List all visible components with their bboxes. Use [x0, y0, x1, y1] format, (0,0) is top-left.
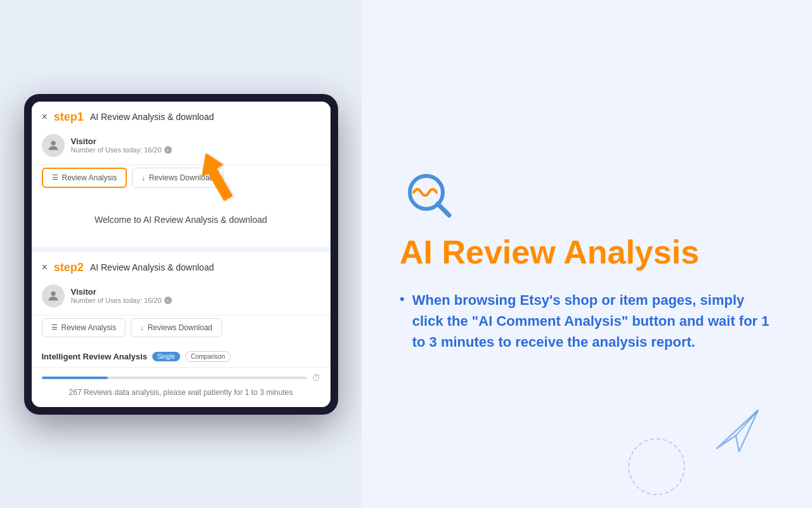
step2-card: × step2 AI Review Analysis & download Vi… — [32, 252, 331, 407]
badge-comparison[interactable]: Comparison — [185, 351, 231, 362]
step2-label: step2 — [54, 261, 84, 274]
bullet-dot-1: • — [400, 290, 405, 309]
brand-icon-container — [400, 168, 774, 222]
step1-info-dot: i — [164, 146, 172, 154]
dashed-circle-decoration — [628, 438, 685, 495]
step1-review-analysis-button[interactable]: ☰ Review Analysis — [42, 168, 128, 188]
step1-btn-group: ☰ Review Analysis ↓ Reviews Download — [32, 168, 331, 196]
step2-info-dot: i — [164, 297, 172, 304]
analysis-text: 267 Reviews data analysis, please wait p… — [32, 385, 331, 407]
step2-user-name: Visitor — [71, 287, 320, 297]
step1-user-row: Visitor Number of Uses today: 16/20 i — [32, 130, 331, 165]
tablet-screen: × step1 AI Review Analysis & download Vi… — [32, 102, 331, 407]
step2-header: × step2 AI Review Analysis & download — [32, 252, 331, 281]
svg-point-0 — [51, 140, 55, 145]
step1-close-icon[interactable]: × — [42, 111, 48, 123]
step1-header: × step1 AI Review Analysis & download — [32, 102, 331, 130]
intelligent-label: Intelligent Review Analysis — [42, 352, 147, 361]
tablet-frame: × step1 AI Review Analysis & download Vi… — [24, 94, 338, 415]
step2-download-icon: ↓ — [140, 324, 144, 331]
progress-icon: ⏱ — [311, 373, 320, 383]
step2-close-icon[interactable]: × — [42, 262, 48, 273]
progress-fill — [42, 377, 108, 379]
svg-line-4 — [438, 204, 449, 215]
step1-user-name: Visitor — [71, 137, 320, 146]
step2-user-info: Visitor Number of Uses today: 16/20 i — [71, 287, 320, 304]
step1-title: AI Review Analysis & download — [90, 112, 214, 122]
progress-track — [42, 377, 306, 379]
step2-btn-group: ☰ Review Analysis ↓ Reviews Download — [32, 318, 331, 345]
step1-welcome-text: Welcome to AI Review Analysis & download — [32, 196, 331, 247]
progress-row: ⏱ — [32, 368, 331, 385]
svg-line-6 — [736, 410, 758, 436]
left-panel: × step1 AI Review Analysis & download Vi… — [0, 0, 362, 508]
download-icon: ↓ — [141, 174, 145, 182]
step2-title: AI Review Analysis & download — [90, 262, 214, 272]
step1-label: step1 — [54, 110, 84, 124]
step2-avatar — [42, 284, 65, 307]
step2-user-uses: Number of Uses today: 16/20 i — [71, 297, 320, 304]
badge-single[interactable]: Single — [152, 352, 180, 361]
review-analysis-icon: ☰ — [52, 173, 58, 182]
step2-review-icon: ☰ — [51, 323, 58, 331]
arrow-pointer — [184, 151, 247, 202]
bullet-list: • When browsing Etsy's shop or item page… — [400, 290, 774, 352]
svg-marker-2 — [192, 151, 240, 202]
bullet-text-1: When browsing Etsy's shop or item pages,… — [412, 290, 774, 352]
main-title: AI Review Analysis — [400, 234, 774, 271]
right-panel: AI Review Analysis • When browsing Etsy'… — [362, 0, 812, 508]
paper-plane-icon — [710, 404, 761, 457]
intelligent-row: Intelligent Review Analysis Single Compa… — [32, 345, 331, 368]
step2-review-analysis-button[interactable]: ☰ Review Analysis — [42, 318, 126, 337]
step2-user-row: Visitor Number of Uses today: 16/20 i — [32, 281, 331, 316]
bullet-item-1: • When browsing Etsy's shop or item page… — [400, 290, 774, 352]
svg-point-1 — [51, 291, 55, 295]
step1-card: × step1 AI Review Analysis & download Vi… — [32, 102, 331, 252]
step1-avatar — [42, 134, 65, 157]
step2-reviews-download-button[interactable]: ↓ Reviews Download — [131, 318, 222, 337]
